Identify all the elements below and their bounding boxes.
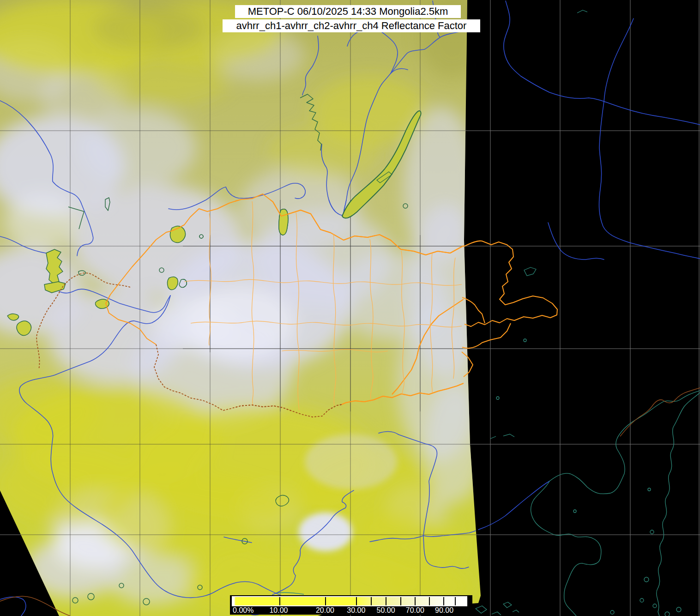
satellite-map-canvas	[0, 0, 700, 616]
colorbar-tick	[443, 597, 444, 605]
colorbar-tick	[356, 597, 357, 605]
colorbar-tick	[371, 597, 372, 605]
colorbar-label: 30.00	[347, 607, 365, 614]
colorbar-label: 20.00	[316, 607, 334, 614]
colorbar: 0.00%10.0020.0030.0050.0070.0090.00	[230, 595, 472, 615]
image-title-line1: METOP-C 06/10/2025 14:33 Mongolia2.5km	[235, 5, 461, 18]
colorbar-label: 50.00	[377, 607, 395, 614]
colorbar-tick	[455, 597, 456, 605]
colorbar-tick	[400, 597, 401, 605]
colorbar-labels: 0.00%10.0020.0030.0050.0070.0090.00	[232, 607, 467, 614]
colorbar-tick	[415, 597, 416, 605]
colorbar-label: 0.00%	[233, 607, 253, 614]
colorbar-tick	[279, 597, 280, 605]
image-title-line2: avhrr_ch1-avhrr_ch2-avhrr_ch4 Reflectanc…	[223, 19, 480, 32]
colorbar-label: 70.00	[406, 607, 424, 614]
satellite-image-viewport: METOP-C 06/10/2025 14:33 Mongolia2.5km a…	[0, 0, 700, 616]
colorbar-tick	[386, 597, 386, 605]
colorbar-label: 10.00	[269, 607, 288, 614]
colorbar-bar	[232, 596, 467, 606]
colorbar-tick	[325, 597, 326, 605]
colorbar-label: 90.00	[435, 607, 453, 614]
colorbar-tick	[429, 597, 430, 605]
